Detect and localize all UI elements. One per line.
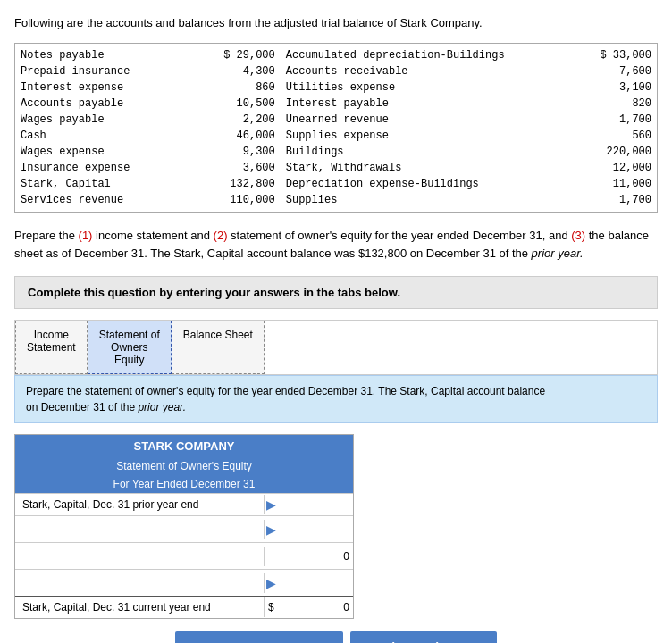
- trial-balance-table: Notes payable$ 29,000Accumulated depreci…: [14, 43, 658, 213]
- equity-blank-row-2: ▶: [15, 542, 353, 569]
- complete-question-box: Complete this question by entering your …: [14, 276, 658, 309]
- nav-buttons: < Income Statement Balance Sheet >: [14, 631, 658, 643]
- equity-total-input: $ 0: [264, 597, 353, 617]
- equity-dollar-sign: $: [268, 601, 276, 614]
- prepare-text: Prepare the (1) income statement and (2)…: [14, 227, 658, 264]
- tab-owners-equity[interactable]: Statement ofOwnersEquity: [88, 321, 172, 374]
- tab-balance-sheet[interactable]: Balance Sheet: [172, 321, 265, 374]
- equity-blank-field-3[interactable]: [278, 573, 353, 593]
- equity-company-name: STARK COMPANY: [15, 435, 353, 457]
- trial-balance-row: Stark, Capital132,800Depreciation expens…: [15, 176, 658, 192]
- equity-blank-field-1[interactable]: [278, 520, 353, 539]
- equity-blank-label-3: [15, 572, 264, 594]
- equity-blank-input-3: ▶: [264, 573, 353, 593]
- trial-balance-row: Insurance expense3,600Stark, Withdrawals…: [15, 160, 658, 176]
- equity-arrow-2: ▶: [265, 522, 278, 537]
- trial-balance-row: Services revenue110,000Supplies1,700: [15, 192, 658, 213]
- trial-balance-row: Wages payable2,200Unearned revenue1,700: [15, 112, 658, 128]
- equity-total-value: 0: [276, 601, 349, 614]
- equity-title: Statement of Owner's Equity: [15, 457, 353, 475]
- tabs-container: IncomeStatement Statement ofOwnersEquity…: [14, 320, 658, 375]
- equity-blank-input-1: ▶: [264, 520, 353, 539]
- equity-table: STARK COMPANY Statement of Owner's Equit…: [14, 434, 354, 619]
- prev-button[interactable]: < Income Statement: [175, 631, 344, 643]
- trial-balance-row: Prepaid insurance4,300Accounts receivabl…: [15, 63, 658, 79]
- equity-row-1-input-container: ▶: [264, 495, 353, 514]
- trial-balance-row: Cash46,000Supplies expense560: [15, 128, 658, 144]
- equity-blank-label-field-1[interactable]: [22, 523, 256, 536]
- equity-blank-label-2: [15, 545, 264, 567]
- trial-balance-row: Interest expense860Utilities expense3,10…: [15, 79, 658, 96]
- equity-arrow-1: ▶: [265, 497, 278, 512]
- equity-period: For Year Ended December 31: [15, 475, 353, 493]
- equity-row-1: Stark, Capital, Dec. 31 prior year end ▶: [15, 493, 353, 515]
- next-button[interactable]: Balance Sheet >: [350, 631, 497, 643]
- tab-income-statement[interactable]: IncomeStatement: [15, 321, 88, 374]
- intro-text: Following are the accounts and balances …: [14, 14, 658, 32]
- equity-row-1-label: Stark, Capital, Dec. 31 prior year end: [15, 494, 264, 515]
- equity-arrow-4: ▶: [265, 576, 278, 590]
- equity-total-label: Stark, Capital, Dec. 31 current year end: [15, 597, 264, 618]
- equity-blank-row-1: ▶: [15, 515, 353, 542]
- equity-blank-label-1: [15, 518, 264, 540]
- equity-blank-label-field-3[interactable]: [22, 577, 256, 589]
- equity-blank-field-2[interactable]: [278, 547, 353, 566]
- equity-blank-label-field-2[interactable]: [22, 550, 256, 563]
- equity-blank-input-2: ▶: [264, 547, 353, 566]
- trial-balance-row: Accounts payable10,500Interest payable82…: [15, 96, 658, 112]
- equity-row-1-field[interactable]: [278, 495, 353, 514]
- instruction-bar: Prepare the statement of owner's equity …: [14, 375, 658, 423]
- equity-total-row: Stark, Capital, Dec. 31 current year end…: [15, 596, 353, 618]
- equity-blank-row-3: ▶: [15, 569, 353, 596]
- trial-balance-row: Wages expense9,300Buildings220,000: [15, 144, 658, 160]
- trial-balance-row: Notes payable$ 29,000Accumulated depreci…: [15, 43, 658, 63]
